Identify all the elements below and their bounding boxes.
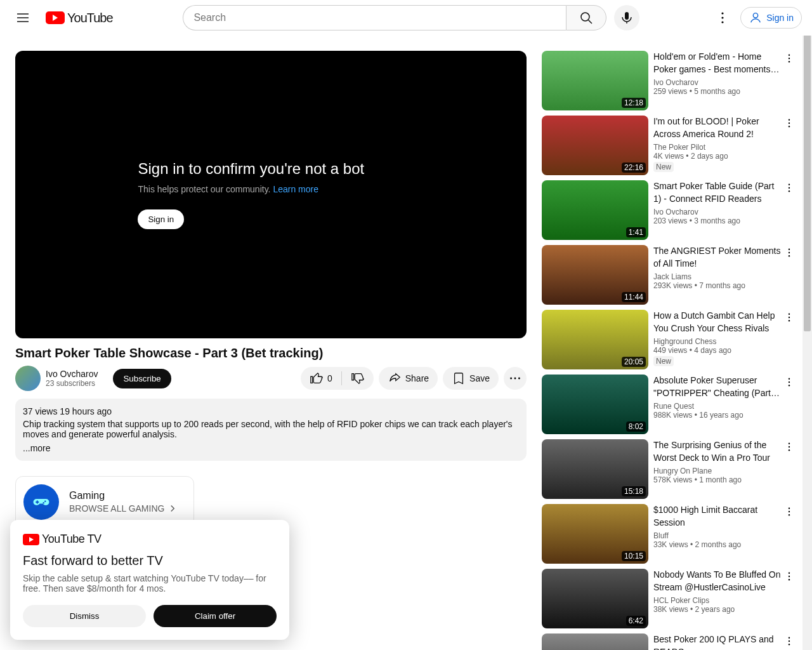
recommendation-duration: 11:44 xyxy=(622,292,646,302)
player-signin-button[interactable]: Sign in xyxy=(138,209,184,229)
svg-point-4 xyxy=(722,17,724,18)
recommendation-more-button[interactable] xyxy=(782,504,797,519)
recommendation-title[interactable]: Absolute Poker Superuser "POTRIPPER" Che… xyxy=(653,375,782,399)
more-actions-button[interactable] xyxy=(504,367,527,390)
svg-point-36 xyxy=(789,573,790,574)
kebab-icon xyxy=(783,441,795,453)
recommendation-more-button[interactable] xyxy=(782,116,797,131)
recommendation-thumbnail[interactable]: 1:41 xyxy=(542,180,648,240)
recommendation-item[interactable]: 1:41Smart Poker Table Guide (Part 1) - C… xyxy=(542,180,797,240)
recommendation-title[interactable]: The ANGRIEST Poker Moments of All Time! xyxy=(653,245,782,270)
recommendation-item[interactable]: 10:15$1000 High Limit Baccarat SessionBl… xyxy=(542,504,797,564)
recommendation-thumbnail[interactable]: 10:15 xyxy=(542,504,648,564)
search-input[interactable] xyxy=(183,5,566,30)
recommendation-duration: 22:16 xyxy=(622,162,646,173)
player-learn-more-link[interactable]: Learn more xyxy=(273,184,318,194)
recommendation-item[interactable]: 20:05How a Dutch Gambit Can Help You Cru… xyxy=(542,310,797,369)
recommendation-more-button[interactable] xyxy=(782,375,797,390)
recommendation-item[interactable]: 22:16I'm out for BLOOD! | Poker Across A… xyxy=(542,116,797,175)
recommendation-thumbnail[interactable]: 6:42 xyxy=(542,569,648,628)
player-subtext: This helps protect our community. Learn … xyxy=(138,184,527,194)
recommendation-item[interactable]: 6:42Nobody Wants To Be Bluffed On Stream… xyxy=(542,569,797,628)
recommendation-channel[interactable]: Hungry On Plane xyxy=(653,467,782,475)
promo-title: Fast forward to better TV xyxy=(23,554,277,568)
recommendation-more-button[interactable] xyxy=(782,51,797,66)
recommendation-stats: 449 views • 4 days ago xyxy=(653,346,782,355)
youtube-logo[interactable]: YouTube xyxy=(46,11,113,25)
svg-point-13 xyxy=(789,58,790,59)
recommendation-title[interactable]: The Surprising Genius of the Worst Deck … xyxy=(653,439,782,464)
signin-button[interactable]: Sign in xyxy=(740,7,802,29)
recommendation-thumbnail[interactable]: 15:18 xyxy=(542,439,648,499)
recommendation-item[interactable]: 12:18Hold'em or Fold'em - Home Poker gam… xyxy=(542,51,797,110)
recommendation-channel[interactable]: Bluff xyxy=(653,531,782,540)
recommendation-channel[interactable]: Rune Quest xyxy=(653,402,782,411)
recommendation-channel[interactable]: Jack Liams xyxy=(653,272,782,281)
recommendation-meta: Nobody Wants To Be Bluffed On Stream @Hu… xyxy=(653,569,797,628)
save-button[interactable]: Save xyxy=(443,367,499,390)
search-box xyxy=(183,5,606,30)
gaming-link[interactable]: BROWSE ALL GAMING xyxy=(69,503,178,514)
recommendation-thumbnail[interactable]: 22:16 xyxy=(542,116,648,175)
recommendation-title[interactable]: Smart Poker Table Guide (Part 1) - Conne… xyxy=(653,180,782,205)
recommendation-stats: 988K views • 16 years ago xyxy=(653,411,782,420)
gaming-title: Gaming xyxy=(69,490,178,501)
svg-point-39 xyxy=(789,637,790,639)
recommendation-channel[interactable]: HCL Poker Clips xyxy=(653,596,782,605)
settings-button[interactable] xyxy=(710,5,735,30)
description-box[interactable]: 37 views 19 hours ago Chip tracking syst… xyxy=(15,399,527,461)
video-player[interactable]: Sign in to confirm you're not a bot This… xyxy=(15,51,527,338)
channel-avatar[interactable] xyxy=(15,366,41,391)
recommendation-more-button[interactable] xyxy=(782,245,797,260)
recommendation-title[interactable]: $1000 High Limit Baccarat Session xyxy=(653,504,782,529)
hamburger-button[interactable] xyxy=(10,5,36,30)
recommendation-more-button[interactable] xyxy=(782,310,797,325)
recommendation-thumbnail[interactable]: 8:02 xyxy=(542,375,648,434)
recommendation-title[interactable]: How a Dutch Gambit Can Help You Crush Yo… xyxy=(653,310,782,335)
recommendation-more-button[interactable] xyxy=(782,180,797,196)
subscribe-button[interactable]: Subscribe xyxy=(113,369,171,388)
dislike-button[interactable] xyxy=(342,367,374,390)
recommendation-channel[interactable]: Ivo Ovcharov xyxy=(653,208,782,216)
recommendation-item[interactable]: 15:18The Surprising Genius of the Worst … xyxy=(542,439,797,499)
recommendation-thumbnail[interactable]: 11:44 xyxy=(542,245,648,305)
recommendation-thumbnail[interactable]: 12:18 xyxy=(542,51,648,110)
recommendation-channel[interactable]: Highground Chess xyxy=(653,337,782,346)
recommendation-duration: 15:18 xyxy=(622,486,646,496)
new-badge: New xyxy=(653,162,674,172)
recommendation-title[interactable]: Nobody Wants To Be Bluffed On Stream @Hu… xyxy=(653,569,782,594)
promo-dismiss-button[interactable]: Dismiss xyxy=(23,605,146,627)
recommendation-item[interactable]: 11:44The ANGRIEST Poker Moments of All T… xyxy=(542,245,797,305)
svg-point-3 xyxy=(722,12,724,14)
recommendation-title[interactable]: Best Poker 200 IQ PLAYS and READS xyxy=(653,633,782,650)
recommendation-more-button[interactable] xyxy=(782,633,797,649)
recommendation-thumbnail[interactable]: 20:05 xyxy=(542,310,648,369)
thumbs-up-icon xyxy=(310,371,324,385)
recommendation-more-button[interactable] xyxy=(782,569,797,584)
recommendation-more-button[interactable] xyxy=(782,439,797,454)
promo-claim-button[interactable]: Claim offer xyxy=(154,605,277,627)
recommendation-item[interactable]: Best Poker 200 IQ PLAYS and READS xyxy=(542,633,797,650)
recommendation-title[interactable]: Hold'em or Fold'em - Home Poker games - … xyxy=(653,51,782,76)
svg-point-9 xyxy=(518,378,520,380)
subscriber-count: 23 subscribers xyxy=(46,379,98,388)
recommendation-title[interactable]: I'm out for BLOOD! | Poker Across Americ… xyxy=(653,116,782,140)
save-label: Save xyxy=(469,373,490,383)
share-button[interactable]: Share xyxy=(379,367,438,390)
recommendation-channel[interactable]: Ivo Ovcharov xyxy=(653,78,782,87)
top-bar: YouTube Sign in xyxy=(0,0,812,36)
channel-name[interactable]: Ivo Ovcharov xyxy=(46,369,98,379)
description-more[interactable]: ...more xyxy=(23,443,519,453)
like-count: 0 xyxy=(327,373,332,383)
recommendation-thumbnail[interactable] xyxy=(542,633,648,650)
voice-search-button[interactable] xyxy=(614,5,639,30)
scrollbar-thumb[interactable] xyxy=(804,33,811,331)
promo-card: YouTube TV Fast forward to better TV Ski… xyxy=(10,520,289,640)
page-scrollbar[interactable] xyxy=(802,0,812,650)
recommendation-meta: How a Dutch Gambit Can Help You Crush Yo… xyxy=(653,310,797,369)
like-button[interactable]: 0 xyxy=(301,367,341,390)
recommendation-channel[interactable]: The Poker Pilot xyxy=(653,143,782,152)
search-button[interactable] xyxy=(566,5,606,30)
svg-point-20 xyxy=(789,190,790,192)
recommendation-item[interactable]: 8:02Absolute Poker Superuser "POTRIPPER"… xyxy=(542,375,797,434)
